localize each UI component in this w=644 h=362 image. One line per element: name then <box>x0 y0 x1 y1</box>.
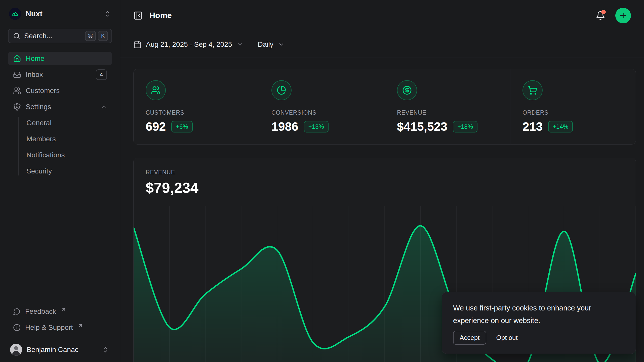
search-icon <box>13 32 20 39</box>
users-icon <box>146 80 166 100</box>
notifications-bell-icon[interactable] <box>596 11 605 20</box>
chevron-down-icon <box>278 41 285 48</box>
external-link-icon <box>61 307 66 312</box>
inbox-count-badge: 4 <box>96 69 107 80</box>
sidebar-item-label: Inbox <box>26 71 43 79</box>
workspace-switcher[interactable]: Nuxt <box>8 5 112 23</box>
cookie-message: We use first-party cookies to enhance yo… <box>453 302 614 327</box>
sidebar-item-home[interactable]: Home <box>8 52 112 65</box>
shopping-cart-icon <box>522 80 543 100</box>
info-icon <box>13 324 21 331</box>
user-chevrons-icon <box>102 346 109 353</box>
sidebar-item-members[interactable]: Members <box>8 132 112 146</box>
date-range-picker[interactable]: Aug 21, 2025 - Sep 4, 2025 <box>133 40 243 49</box>
kbd-cmd: ⌘ <box>85 31 96 41</box>
stat-card-orders[interactable]: ORDERS 213 +14% <box>510 69 636 145</box>
stat-delta-badge: +6% <box>171 121 193 132</box>
main-area: Home Aug 21, 2025 - Sep 4, 2025 Daily <box>120 0 644 362</box>
sidebar-footer: Feedback Help & Support Benjamin Canac <box>8 305 112 358</box>
stat-value: $415,523 <box>397 120 447 133</box>
stat-label: REVENUE <box>397 109 498 116</box>
search-placeholder: Search... <box>24 32 52 40</box>
add-button[interactable] <box>615 8 631 23</box>
date-range-label: Aug 21, 2025 - Sep 4, 2025 <box>146 40 232 49</box>
page-header: Home <box>120 0 644 31</box>
stat-value: 213 <box>522 120 543 133</box>
home-icon <box>13 55 21 63</box>
pie-chart-icon <box>271 80 292 100</box>
sidebar-item-notifications[interactable]: Notifications <box>8 148 112 162</box>
workspace-chevrons-icon[interactable] <box>104 10 111 17</box>
sidebar-divider <box>0 338 120 338</box>
stat-delta-badge: +14% <box>548 121 573 132</box>
sidebar: Nuxt Search... ⌘ K Home Inbox 4 <box>0 0 120 362</box>
revenue-chart-label: REVENUE <box>146 169 624 176</box>
period-select[interactable]: Daily <box>258 40 285 49</box>
filter-toolbar: Aug 21, 2025 - Sep 4, 2025 Daily <box>120 31 644 58</box>
sidebar-item-general[interactable]: General <box>8 116 112 130</box>
external-link-icon <box>78 323 83 328</box>
brand-name: Nuxt <box>26 10 43 18</box>
sidebar-item-help-support[interactable]: Help & Support <box>8 321 112 334</box>
sidebar-item-label: Help & Support <box>25 324 73 332</box>
stat-label: CONVERSIONS <box>271 109 373 116</box>
kbd-k: K <box>98 31 108 41</box>
avatar <box>10 344 22 356</box>
sidebar-nav: Home Inbox 4 Customers Settings Ge <box>8 52 112 180</box>
nuxt-logo-icon <box>9 8 21 20</box>
inbox-icon <box>13 71 21 79</box>
calendar-icon <box>133 40 141 49</box>
chevron-up-icon <box>100 104 107 110</box>
cookie-optout-button[interactable]: Opt out <box>496 334 518 342</box>
sidebar-item-security[interactable]: Security <box>8 164 112 178</box>
sidebar-item-feedback[interactable]: Feedback <box>8 305 112 318</box>
sidebar-item-label: Settings <box>26 103 51 111</box>
stats-panel: CUSTOMERS 692 +6% CONVERSIONS 1986 +13% <box>133 69 636 145</box>
stat-value: 692 <box>146 120 166 133</box>
users-icon <box>13 87 21 95</box>
stat-card-revenue[interactable]: REVENUE $415,523 +18% <box>385 69 510 145</box>
sidebar-item-label: Customers <box>26 87 60 95</box>
stat-label: CUSTOMERS <box>146 109 247 116</box>
chevron-down-icon <box>237 41 243 48</box>
sidebar-item-label: Feedback <box>25 307 56 315</box>
circle-dollar-icon <box>397 80 417 100</box>
notification-dot <box>601 10 606 14</box>
stat-delta-badge: +18% <box>453 121 477 132</box>
page-title: Home <box>149 11 172 20</box>
cookie-accept-button[interactable]: Accept <box>453 331 486 345</box>
sidebar-item-customers[interactable]: Customers <box>8 84 112 98</box>
user-name: Benjamin Canac <box>27 346 78 354</box>
stat-value: 1986 <box>271 120 298 133</box>
revenue-chart-value: $79,234 <box>146 179 624 196</box>
search-input[interactable]: Search... ⌘ K <box>8 29 112 43</box>
collapse-sidebar-icon[interactable] <box>133 11 143 20</box>
stat-label: ORDERS <box>522 109 624 116</box>
stat-card-customers[interactable]: CUSTOMERS 692 +6% <box>134 69 259 145</box>
stat-delta-badge: +13% <box>304 121 329 132</box>
message-bubble-icon <box>13 308 21 315</box>
search-shortcut: ⌘ K <box>85 31 108 41</box>
cookie-banner: We use first-party cookies to enhance yo… <box>442 292 636 354</box>
sidebar-item-inbox[interactable]: Inbox 4 <box>8 68 112 81</box>
sidebar-item-settings[interactable]: Settings <box>8 100 112 114</box>
user-menu[interactable]: Benjamin Canac <box>8 341 112 358</box>
period-label: Daily <box>258 40 273 49</box>
stat-card-conversions[interactable]: CONVERSIONS 1986 +13% <box>259 69 385 145</box>
sidebar-item-label: Home <box>26 55 45 63</box>
gear-icon <box>13 103 21 111</box>
settings-sub-list: General Members Notifications Security <box>8 116 112 178</box>
